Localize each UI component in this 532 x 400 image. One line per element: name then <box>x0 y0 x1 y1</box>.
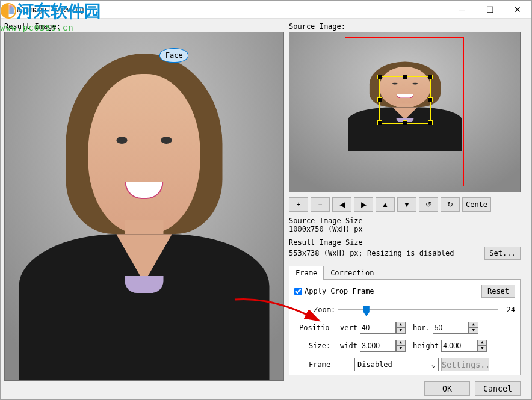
rotate-cw-button[interactable]: ↻ <box>441 197 460 212</box>
result-image <box>5 32 283 380</box>
result-image-frame <box>4 32 284 381</box>
resize-handle[interactable] <box>428 75 433 79</box>
hor-label: hor. <box>413 324 430 332</box>
minimize-button[interactable]: ─ <box>448 1 476 19</box>
move-down-button[interactable]: ▼ <box>397 197 416 212</box>
ok-button[interactable]: OK <box>424 381 470 396</box>
hor-spin-up[interactable]: ▲ <box>469 322 478 328</box>
height-spin-down[interactable]: ▼ <box>477 346 487 352</box>
close-button[interactable]: ✕ <box>504 1 531 19</box>
result-size-value: 553x738 (WxH) px; Resizing is disabled <box>289 249 484 257</box>
width-input[interactable] <box>360 340 396 352</box>
vert-spin-up[interactable]: ▲ <box>396 322 406 328</box>
rotate-ccw-button[interactable]: ↺ <box>419 197 438 212</box>
source-image-frame <box>289 32 521 192</box>
window-title: ID Image Processing <box>17 5 448 14</box>
zoom-slider[interactable] <box>338 304 498 316</box>
vert-label: vert <box>340 324 357 332</box>
result-image-label: Result Image: <box>4 22 284 31</box>
face-detect-rect[interactable] <box>379 76 431 124</box>
position-label: Positio <box>299 324 338 332</box>
resize-handle[interactable] <box>377 120 382 125</box>
hor-spin-down[interactable]: ▼ <box>469 328 478 334</box>
frame-combo-value: Disabled <box>357 360 392 369</box>
move-up-button[interactable]: ▲ <box>376 197 395 212</box>
set-button[interactable]: Set... <box>484 247 521 260</box>
height-input[interactable] <box>441 340 477 352</box>
tab-correction[interactable]: Correction <box>324 266 380 280</box>
hor-input[interactable] <box>433 322 469 334</box>
face-detect-button[interactable]: Face <box>159 48 188 63</box>
apply-crop-checkbox[interactable] <box>294 288 302 295</box>
source-size-value: 1000x750 (WxH) px <box>289 225 521 233</box>
resize-handle[interactable] <box>403 75 407 79</box>
frame-tab-content: Apply Crop Frame Reset Zoom: 24 Positio … <box>289 279 521 375</box>
resize-handle[interactable] <box>428 97 433 102</box>
vert-input[interactable] <box>360 322 396 334</box>
cancel-button[interactable]: Cancel <box>475 381 521 396</box>
chevron-down-icon: ⌄ <box>431 360 436 369</box>
move-left-button[interactable]: ◀ <box>332 197 351 212</box>
size-label: Size: <box>309 342 338 350</box>
height-label: height <box>413 342 439 350</box>
zoom-in-button[interactable]: + <box>289 197 308 212</box>
tab-frame[interactable]: Frame <box>289 266 324 280</box>
main-window: ID Image Processing ─ ☐ ✕ Result Image: <box>0 0 532 400</box>
vert-spin-down[interactable]: ▼ <box>396 328 406 334</box>
reset-button[interactable]: Reset <box>481 285 515 298</box>
source-toolbar: + − ◀ ▶ ▲ ▼ ↺ ↻ Face Cente <box>289 197 521 212</box>
maximize-button[interactable]: ☐ <box>476 1 504 19</box>
frame-combo[interactable]: Disabled ⌄ <box>354 358 439 371</box>
source-image-label: Source Image: <box>289 22 521 31</box>
source-size-label: Source Image Size <box>289 217 521 225</box>
frame-settings-button: Settings.. <box>441 358 489 371</box>
apply-crop-label: Apply Crop Frame <box>305 287 374 295</box>
zoom-slider-thumb[interactable] <box>363 306 370 316</box>
resize-handle[interactable] <box>377 97 382 102</box>
zoom-label: Zoom: <box>314 306 335 314</box>
resize-handle[interactable] <box>403 120 407 125</box>
width-spin-down[interactable]: ▼ <box>396 346 406 352</box>
resize-handle[interactable] <box>428 120 433 125</box>
app-icon <box>4 5 14 14</box>
resize-handle[interactable] <box>377 75 382 79</box>
zoom-out-button[interactable]: − <box>311 197 330 212</box>
height-spin-up[interactable]: ▲ <box>477 340 487 346</box>
source-image[interactable] <box>289 32 520 192</box>
center-button[interactable]: Cente <box>462 197 491 212</box>
result-size-label: Result Image Size <box>289 238 521 247</box>
zoom-value: 24 <box>501 306 515 314</box>
move-right-button[interactable]: ▶ <box>354 197 373 212</box>
titlebar: ID Image Processing ─ ☐ ✕ <box>1 1 531 19</box>
width-label: widt <box>340 342 357 350</box>
width-spin-up[interactable]: ▲ <box>396 340 406 346</box>
frame-label: Frame <box>309 360 352 369</box>
